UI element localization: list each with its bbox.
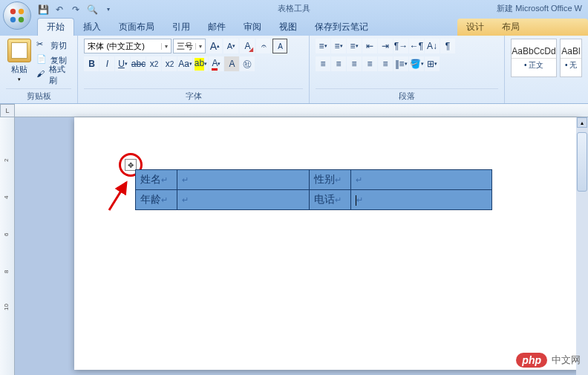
bullets-button[interactable]: ≡▾ (316, 39, 330, 53)
cell-gender-label[interactable]: 性别↵ (310, 170, 351, 190)
tab-view[interactable]: 视图 (270, 19, 306, 36)
undo-icon[interactable]: ↶ (53, 4, 65, 16)
office-button[interactable] (3, 1, 31, 30)
cell-gender-value[interactable]: ↵ (351, 170, 492, 190)
cell-age-label[interactable]: 年龄↵ (136, 190, 177, 210)
redo-icon[interactable]: ↷ (70, 4, 82, 16)
title-center: 表格工具 (278, 3, 310, 14)
distribute-button[interactable]: ≡ (378, 56, 393, 71)
svg-point-0 (10, 9, 16, 14)
shading-button[interactable]: 🪣▾ (409, 56, 424, 71)
table-row[interactable]: 年龄↵ ↵ 电话↵ ↵ (136, 190, 492, 210)
cell-age-value[interactable]: ↵ (177, 190, 310, 210)
paste-label: 粘贴 (11, 64, 27, 75)
chevron-down-icon: ▾ (195, 43, 202, 50)
para-mark-icon: ↵ (161, 175, 168, 184)
show-marks-button[interactable]: ¶ (440, 39, 455, 53)
ribbon-tabs: 开始 插入 页面布局 引用 邮件 审阅 视图 保存到云笔记 设计 布局 (0, 19, 588, 36)
char-shading-button[interactable]: A (224, 56, 239, 71)
clear-format-button[interactable]: A◢ (240, 39, 255, 53)
document-table[interactable]: 姓名↵ ↵ 性别↵ ↵ 年龄↵ ↵ 电话↵ ↵ (135, 169, 492, 210)
print-preview-icon[interactable]: 🔍 (86, 4, 98, 16)
save-icon[interactable]: 💾 (37, 4, 49, 16)
tab-home[interactable]: 开始 (37, 18, 74, 36)
tab-review[interactable]: 审阅 (235, 19, 270, 36)
numbering-button[interactable]: ≡▾ (331, 39, 346, 53)
align-right-button[interactable]: ≡ (347, 56, 362, 71)
tab-cloud-note[interactable]: 保存到云笔记 (306, 19, 377, 36)
ltr-button[interactable]: ¶→ (393, 39, 408, 53)
table-row[interactable]: 姓名↵ ↵ 性别↵ ↵ (136, 170, 492, 190)
enclose-char-button[interactable]: ㊓ (240, 56, 255, 71)
tab-page-layout[interactable]: 页面布局 (110, 19, 163, 36)
font-size-combo[interactable]: 三号▾ (173, 39, 206, 53)
horizontal-ruler[interactable] (15, 104, 588, 117)
bold-button[interactable]: B (84, 56, 99, 71)
para-mark-icon: ↵ (335, 175, 342, 184)
sort-button[interactable]: A↓ (425, 39, 440, 53)
scroll-thumb[interactable] (577, 132, 587, 192)
vertical-scrollbar[interactable]: ▴ (576, 117, 588, 375)
format-painter-button[interactable]: 🖌格式刷 (36, 68, 72, 82)
cell-phone-label[interactable]: 电话↵ (310, 190, 351, 210)
italic-button[interactable]: I (99, 56, 114, 71)
grow-font-button[interactable]: A▴ (207, 39, 222, 53)
ruler-corner[interactable]: L (0, 104, 15, 117)
paste-dropdown-icon[interactable]: ▾ (18, 76, 21, 82)
justify-button[interactable]: ≡ (362, 56, 377, 71)
tab-table-layout[interactable]: 布局 (493, 19, 529, 36)
font-group-label: 字体 (84, 88, 303, 102)
borders-button[interactable]: ⊞▾ (425, 56, 440, 71)
rtl-button[interactable]: ←¶ (409, 39, 424, 53)
para-mark-icon: ↵ (161, 195, 168, 204)
document-page[interactable]: ✥ 姓名↵ ↵ 性别↵ ↵ 年龄↵ ↵ 电话↵ ↵ (74, 117, 579, 370)
font-color-button[interactable]: A▾ (209, 56, 223, 71)
tab-mailings[interactable]: 邮件 (199, 19, 235, 36)
watermark: php 中文网 (516, 353, 581, 368)
chevron-down-icon: ▾ (161, 43, 168, 50)
cell-name-label[interactable]: 姓名↵ (136, 170, 177, 190)
paragraph-group-label: 段落 (316, 88, 498, 102)
tab-insert[interactable]: 插入 (74, 19, 110, 36)
svg-point-2 (10, 17, 16, 22)
style-normal[interactable]: AaBbCcDd • 正文 (511, 39, 557, 77)
workspace: L 2 4 6 8 10 ✥ 姓名↵ ↵ 性别↵ ↵ 年龄↵ ↵ 电话↵ ↵ (0, 104, 588, 375)
group-styles: AaBbCcDd • 正文 AaBl • 无 (505, 36, 588, 103)
svg-point-3 (19, 17, 24, 22)
cell-name-value[interactable]: ↵ (177, 170, 310, 190)
para-mark-icon: ↵ (356, 175, 362, 184)
multilevel-button[interactable]: ≡▾ (347, 39, 362, 53)
vertical-ruler[interactable]: 2 4 6 8 10 (0, 117, 15, 375)
shrink-font-button[interactable]: A▾ (223, 39, 238, 53)
increase-indent-button[interactable]: ⇥ (378, 39, 393, 53)
font-name-combo[interactable]: 宋体 (中文正文)▾ (84, 39, 172, 53)
phonetic-guide-button[interactable]: 𝄐 (256, 39, 271, 53)
char-border-button[interactable]: A (272, 39, 287, 53)
para-mark-icon: ↵ (335, 195, 342, 204)
quick-access-toolbar: 💾 ↶ ↷ 🔍 ▾ (37, 4, 114, 16)
scroll-up-button[interactable]: ▴ (577, 117, 587, 128)
subscript-button[interactable]: x2 (146, 56, 161, 71)
line-spacing-button[interactable]: ‖≡▾ (393, 56, 408, 71)
decrease-indent-button[interactable]: ⇤ (362, 39, 377, 53)
style-no-spacing[interactable]: AaBl • 无 (560, 39, 582, 77)
ribbon: 粘贴 ▾ ✂剪切 📄复制 🖌格式刷 剪贴板 宋体 (中文正文)▾ 三号▾ A▴ … (0, 36, 588, 104)
tab-table-design[interactable]: 设计 (457, 19, 493, 36)
underline-button[interactable]: U▾ (115, 56, 130, 71)
cell-phone-value[interactable]: ↵ (351, 190, 492, 210)
qat-dropdown-icon[interactable]: ▾ (102, 4, 114, 16)
paste-button[interactable]: 粘贴 ▾ (6, 39, 33, 88)
superscript-button[interactable]: x2 (162, 56, 177, 71)
cut-button[interactable]: ✂剪切 (36, 39, 72, 52)
php-badge: php (516, 353, 547, 368)
clipboard-group-label: 剪贴板 (6, 88, 71, 102)
change-case-button[interactable]: Aa▾ (177, 56, 192, 71)
highlight-button[interactable]: ab▾ (193, 56, 208, 71)
svg-line-4 (109, 183, 126, 210)
tab-references[interactable]: 引用 (163, 19, 199, 36)
paste-icon (7, 39, 31, 62)
strikethrough-button[interactable]: abc (131, 56, 146, 71)
align-left-button[interactable]: ≡ (316, 56, 330, 71)
align-center-button[interactable]: ≡ (331, 56, 346, 71)
scissors-icon: ✂ (36, 39, 48, 51)
